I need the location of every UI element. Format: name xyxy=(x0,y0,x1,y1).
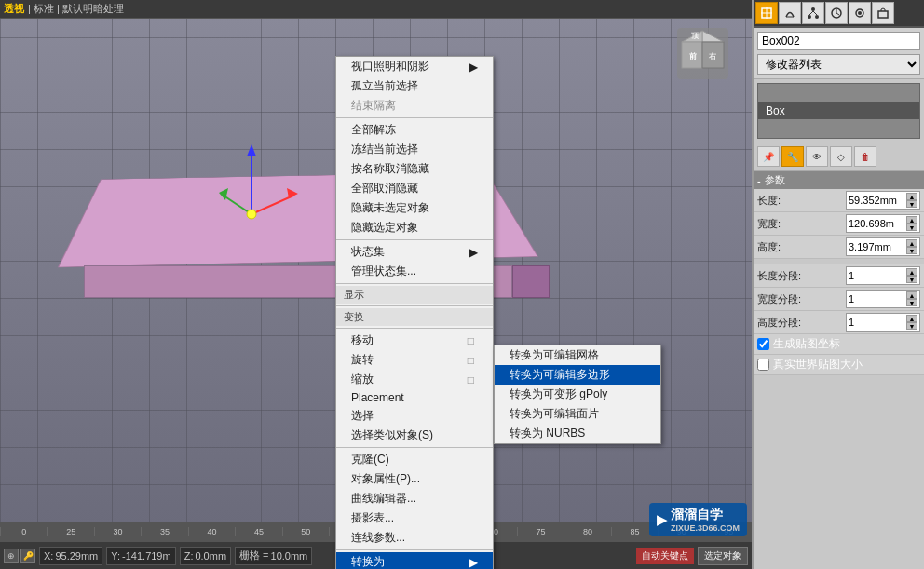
configure-modifier-btn[interactable]: 🔧 xyxy=(781,146,804,167)
height-spinner[interactable]: ▲ ▼ xyxy=(906,239,917,254)
cube-navigator[interactable]: 前 右 顶 xyxy=(673,23,733,84)
width-spinner[interactable]: ▲ ▼ xyxy=(906,216,917,231)
menu-item-select-similar[interactable]: 选择类似对象(S) xyxy=(336,426,493,445)
grid-field: 栅格 = 10.0mm xyxy=(235,547,312,565)
menu-item-end-isolate[interactable]: 结束隔离 xyxy=(336,96,493,115)
width-segs-spinner[interactable]: ▲ ▼ xyxy=(906,291,917,306)
modify-icon[interactable] xyxy=(779,2,801,24)
menu-item-unfreeze-all[interactable]: 全部解冻 xyxy=(336,120,493,140)
show-result-btn[interactable]: 👁 xyxy=(806,146,828,167)
box-front-face xyxy=(512,265,550,298)
brand-name: 溜溜自学 xyxy=(671,507,740,523)
modifier-box[interactable]: Box xyxy=(758,102,919,119)
grid-label: 栅格 = xyxy=(239,549,268,562)
height-segs-up[interactable]: ▲ xyxy=(906,315,917,322)
remove-modifier-btn[interactable]: 🗑 xyxy=(854,146,876,167)
menu-item-move[interactable]: 移动 □ xyxy=(336,331,493,350)
status-icons: ⊕ 🔑 xyxy=(4,549,35,563)
z-value: 0.0mm xyxy=(195,550,226,562)
height-segs-field: 1 ▲ ▼ xyxy=(846,313,920,332)
real-world-checkbox[interactable] xyxy=(757,359,769,371)
param-row-height-segs: 高度分段: 1 ▲ ▼ xyxy=(754,311,924,334)
height-up[interactable]: ▲ xyxy=(906,239,917,247)
width-value: 120.698m xyxy=(849,218,894,229)
sub-context-menu[interactable]: 转换为可编辑网格 转换为可编辑多边形 转换为可变形 gPoly 转换为可编辑面片… xyxy=(494,345,661,444)
y-coord-field: Y: -141.719m xyxy=(106,547,175,565)
sub-menu-editable-mesh[interactable]: 转换为可编辑网格 xyxy=(495,345,660,365)
ruler-tick-45: 45 xyxy=(235,527,281,536)
height-segs-spinner[interactable]: ▲ ▼ xyxy=(906,315,917,330)
separator-1 xyxy=(336,117,493,118)
length-spinner[interactable]: ▲ ▼ xyxy=(906,193,917,208)
width-down[interactable]: ▼ xyxy=(906,224,917,231)
menu-item-hide-sel[interactable]: 隐藏选定对象 xyxy=(336,218,493,237)
height-segs-down[interactable]: ▼ xyxy=(906,322,917,330)
brand-url: ZIXUE.3D66.COM xyxy=(671,523,740,533)
sub-menu-nurbs[interactable]: 转换为 NURBS xyxy=(495,424,660,443)
menu-item-scale[interactable]: 缩放 □ xyxy=(336,370,493,389)
sub-menu-gpoly[interactable]: 转换为可变形 gPoly xyxy=(495,385,660,404)
x-label: X: xyxy=(44,550,53,562)
sub-menu-editable-patch[interactable]: 转换为可编辑面片 xyxy=(495,404,660,424)
menu-item-manage-state[interactable]: 管理状态集... xyxy=(336,262,493,281)
gen-map-coords-label: 生成贴图坐标 xyxy=(773,336,840,352)
menu-item-viewport-lighting[interactable]: 视口照明和阴影 ▶ xyxy=(336,57,493,76)
utils-icon[interactable] xyxy=(872,2,894,24)
modifier-dropdown[interactable]: 修改器列表 xyxy=(757,54,920,75)
menu-item-clone[interactable]: 克隆(C) xyxy=(336,450,493,469)
display-icon[interactable] xyxy=(849,2,871,24)
menu-item-wire-params[interactable]: 连线参数... xyxy=(336,528,493,548)
svg-text:顶: 顶 xyxy=(691,32,700,40)
menu-item-freeze-sel[interactable]: 冻结当前选择 xyxy=(336,140,493,159)
menu-item-unhide-name[interactable]: 按名称取消隐藏 xyxy=(336,159,493,179)
viewport[interactable]: 透视 | 标准 | 默认明暗处理 xyxy=(0,0,752,569)
make-unique-btn[interactable]: ◇ xyxy=(830,146,852,167)
separator-4 xyxy=(336,305,493,306)
menu-item-select[interactable]: 选择 xyxy=(336,406,493,426)
menu-item-hide-unsel[interactable]: 隐藏未选定对象 xyxy=(336,198,493,218)
height-down[interactable]: ▼ xyxy=(906,247,917,254)
menu-item-dope-sheet[interactable]: 摄影表... xyxy=(336,508,493,528)
set-key-button[interactable]: 选定对象 xyxy=(698,547,748,565)
menu-item-curve-editor[interactable]: 曲线编辑器... xyxy=(336,489,493,508)
menu-item-rotate[interactable]: 旋转 □ xyxy=(336,350,493,370)
real-world-label: 真实世界贴图大小 xyxy=(773,357,863,373)
create-icon[interactable] xyxy=(755,2,778,24)
motion-icon[interactable] xyxy=(825,2,848,24)
hierarchy-icon[interactable] xyxy=(802,2,824,24)
menu-item-isolate[interactable]: 孤立当前选择 xyxy=(336,76,493,96)
collapse-btn[interactable]: - xyxy=(757,175,761,186)
object-name-input[interactable] xyxy=(757,32,920,50)
menu-item-state-sets[interactable]: 状态集 ▶ xyxy=(336,242,493,262)
gen-map-coords-checkbox[interactable] xyxy=(757,338,769,350)
menu-item-placement[interactable]: Placement xyxy=(336,389,493,406)
menu-item-obj-props[interactable]: 对象属性(P)... xyxy=(336,469,493,489)
length-segs-up[interactable]: ▲ xyxy=(906,268,917,276)
grid-value: 10.0mm xyxy=(271,550,308,562)
context-menu[interactable]: 视口照明和阴影 ▶ 孤立当前选择 结束隔离 全部解冻 冻结当前选择 按名称取消隐… xyxy=(335,56,494,569)
width-segs-field: 1 ▲ ▼ xyxy=(846,290,920,308)
width-segs-up[interactable]: ▲ xyxy=(906,291,917,299)
move-shortcut: □ xyxy=(468,334,474,347)
length-segs-down[interactable]: ▼ xyxy=(906,276,917,283)
auto-key-button[interactable]: 自动关键点 xyxy=(636,548,694,564)
sub-menu-editable-poly[interactable]: 转换为可编辑多边形 xyxy=(495,365,660,385)
length-segs-spinner[interactable]: ▲ ▼ xyxy=(906,268,917,283)
length-up[interactable]: ▲ xyxy=(906,193,917,200)
width-segs-down[interactable]: ▼ xyxy=(906,299,917,306)
right-panel-icons xyxy=(754,0,924,28)
svg-point-21 xyxy=(815,15,819,19)
pin-stack-btn[interactable]: 📌 xyxy=(757,146,780,167)
viewport-label: 透视 xyxy=(4,2,24,16)
height-label: 高度: xyxy=(757,240,846,254)
menu-item-unhide-all[interactable]: 全部取消隐藏 xyxy=(336,179,493,198)
watermark: ▶ 溜溜自学 ZIXUE.3D66.COM xyxy=(649,503,747,536)
svg-point-20 xyxy=(808,15,811,19)
params-header[interactable]: - 参数 xyxy=(754,171,924,189)
key-icon[interactable]: 🔑 xyxy=(20,549,35,563)
submenu-arrow: ▶ xyxy=(469,61,478,74)
length-down[interactable]: ▼ xyxy=(906,200,917,208)
width-up[interactable]: ▲ xyxy=(906,216,917,224)
menu-item-convert-to[interactable]: 转换为 ▶ xyxy=(336,552,493,569)
snap-icon[interactable]: ⊕ xyxy=(4,549,19,563)
